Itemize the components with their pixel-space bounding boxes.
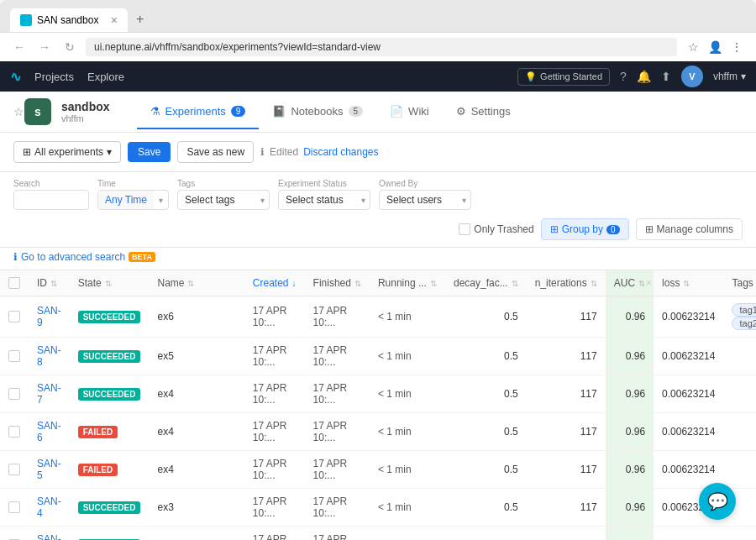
time-value: Any Time (98, 191, 154, 209)
row-checkbox[interactable] (8, 388, 20, 400)
row-decay: 0.5 (445, 489, 527, 527)
row-id[interactable]: SAN-5 (29, 451, 70, 489)
status-select[interactable]: Select status (278, 190, 370, 210)
th-id[interactable]: ID⇅ (29, 270, 70, 296)
user-menu[interactable]: vhffm ▾ (713, 71, 746, 82)
avatar[interactable]: V (681, 66, 703, 87)
getting-started-button[interactable]: 💡 Getting Started (517, 68, 610, 86)
time-filter[interactable]: Any Time ▾ (97, 190, 169, 210)
project-header: ☆ s sandbox vhffm ⚗ Experiments 9 📓 Note… (0, 92, 756, 133)
row-tags (723, 451, 756, 489)
new-tab-button[interactable]: + (129, 7, 150, 32)
close-auc-col-icon[interactable]: × (646, 277, 652, 289)
tab-wiki[interactable]: 📄 Wiki (376, 95, 443, 129)
status-badge: FAILED (78, 464, 118, 476)
tab-close-icon[interactable]: × (111, 13, 118, 27)
nav-explore[interactable]: Explore (87, 71, 124, 83)
back-button[interactable]: ← (10, 38, 29, 56)
decay-sort-icon: ⇅ (512, 279, 518, 288)
chat-button[interactable]: 💬 (699, 483, 736, 520)
time-group: Time Any Time ▾ (97, 179, 169, 210)
top-nav: ∿ Projects Explore 💡 Getting Started ? 🔔… (0, 61, 756, 92)
forward-button[interactable]: → (35, 38, 54, 56)
status-badge: SUCCEEDED (78, 350, 141, 363)
save-as-new-button[interactable]: Save as new (177, 141, 254, 163)
row-running: < 1 min (370, 413, 445, 451)
row-finished: 17 APR 10:... (305, 489, 370, 527)
more-options-icon[interactable]: ⋮ (727, 38, 746, 56)
row-id[interactable]: SAN-8 (29, 338, 70, 375)
row-checkbox[interactable] (8, 311, 20, 322)
profile-icon[interactable]: 👤 (706, 38, 724, 56)
browser-tab[interactable]: SAN sandbox × (10, 8, 128, 32)
row-created: 17 APR 10:... (244, 413, 305, 451)
tab-experiments[interactable]: ⚗ Experiments 9 (137, 95, 260, 129)
notification-icon[interactable]: 🔔 (637, 70, 651, 83)
only-trashed-toggle[interactable]: Only Trashed (459, 223, 533, 235)
notebook-icon: 📓 (272, 105, 286, 118)
tags-select[interactable]: Select tags (177, 190, 270, 210)
row-state: FAILED (70, 451, 150, 489)
row-checkbox[interactable] (8, 501, 20, 513)
row-auc: 0.96 (606, 296, 654, 338)
th-niters[interactable]: n_iterations⇅ (527, 270, 606, 296)
tags-group: Tags Select tags ▾ (177, 179, 270, 210)
th-name[interactable]: Name⇅ (149, 270, 244, 296)
row-id[interactable]: SAN-7 (29, 375, 70, 413)
th-loss[interactable]: loss⇅ (654, 270, 723, 296)
row-decay: 0.5 (445, 527, 527, 541)
th-auc-label: AUC (614, 277, 635, 289)
row-niters: 117 (527, 413, 606, 451)
th-finished-label: Finished (313, 277, 351, 289)
row-checkbox[interactable] (8, 350, 20, 362)
group-by-button[interactable]: ⊞ Group by 0 (541, 218, 629, 240)
select-all-checkbox[interactable] (8, 277, 20, 289)
th-running[interactable]: Running ...⇅ (370, 270, 445, 296)
manage-columns-button[interactable]: ⊞ Manage columns (636, 218, 743, 240)
row-checkbox[interactable] (8, 426, 20, 438)
username-label: vhffm (713, 71, 738, 82)
row-id[interactable]: SAN-9 (29, 296, 70, 338)
row-niters: 117 (527, 489, 606, 527)
th-decay[interactable]: decay_fac...⇅ (445, 270, 527, 296)
row-running: < 1 min (370, 527, 445, 541)
row-id[interactable]: SAN-4 (29, 489, 70, 527)
lightbulb-icon: 💡 (525, 71, 537, 82)
row-id[interactable]: SAN-6 (29, 413, 70, 451)
row-finished: 17 APR 10:... (305, 296, 370, 338)
row-name: ex4 (149, 375, 244, 413)
th-state[interactable]: State⇅ (70, 270, 150, 296)
all-experiments-button[interactable]: ⊞ All experiments ▾ (13, 141, 121, 163)
flask-icon: ⚗ (150, 105, 160, 118)
owned-select[interactable]: Select users (379, 190, 471, 210)
tab-settings[interactable]: ⚙ Settings (443, 95, 524, 129)
row-checkbox[interactable] (8, 464, 20, 475)
advanced-search-link[interactable]: Go to advanced search (21, 251, 125, 263)
bookmark-icon[interactable]: ☆ (13, 105, 24, 118)
url-bar[interactable]: ui.neptune.ai/vhffm/sandbox/experiments?… (86, 38, 677, 56)
toolbar: ⊞ All experiments ▾ Save Save as new ℹ E… (0, 133, 756, 172)
row-id[interactable]: SAN-3 (29, 527, 70, 541)
discard-changes-button[interactable]: Discard changes (303, 146, 378, 158)
created-sort-icon: ↓ (292, 279, 297, 288)
th-auc[interactable]: AUC⇅× (606, 270, 654, 296)
gear-icon: ⚙ (456, 105, 466, 118)
row-created: 17 APR 10:... (244, 296, 305, 338)
row-decay: 0.5 (445, 296, 527, 338)
upload-icon[interactable]: ⬆ (661, 70, 671, 83)
search-input[interactable] (13, 190, 89, 210)
th-created[interactable]: Created↓ (244, 270, 305, 296)
help-icon[interactable]: ? (620, 70, 627, 83)
refresh-button[interactable]: ↻ (60, 38, 79, 56)
time-dropdown-icon[interactable]: ▾ (154, 192, 168, 208)
only-trashed-checkbox[interactable] (459, 223, 470, 235)
nav-projects[interactable]: Projects (34, 71, 74, 83)
row-state: SUCCEEDED (70, 527, 150, 541)
save-button[interactable]: Save (128, 142, 171, 162)
browser-chrome: SAN sandbox × + ← → ↻ ui.neptune.ai/vhff… (0, 0, 756, 61)
th-finished[interactable]: Finished⇅ (305, 270, 370, 296)
tab-notebooks[interactable]: 📓 Notebooks 5 (259, 95, 376, 129)
app: ∿ Projects Explore 💡 Getting Started ? 🔔… (0, 61, 756, 540)
row-created: 17 APR 10:... (244, 489, 305, 527)
bookmark-icon[interactable]: ☆ (684, 38, 702, 56)
